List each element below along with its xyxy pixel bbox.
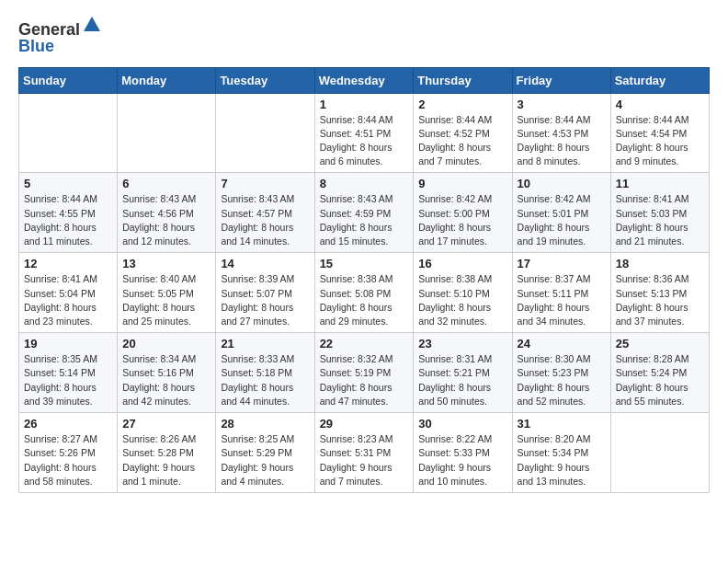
day-number: 27 (122, 417, 210, 431)
calendar-day-cell: 14Sunrise: 8:39 AM Sunset: 5:07 PM Dayli… (216, 253, 314, 333)
day-info: Sunrise: 8:43 AM Sunset: 4:59 PM Dayligh… (320, 192, 409, 248)
calendar-day-cell: 18Sunrise: 8:36 AM Sunset: 5:13 PM Dayli… (610, 253, 709, 333)
weekday-header-thursday: Thursday (414, 67, 512, 93)
calendar-week-row: 12Sunrise: 8:41 AM Sunset: 5:04 PM Dayli… (19, 253, 710, 333)
calendar-week-row: 26Sunrise: 8:27 AM Sunset: 5:26 PM Dayli… (19, 413, 710, 493)
calendar-day-cell: 3Sunrise: 8:44 AM Sunset: 4:53 PM Daylig… (512, 93, 610, 173)
calendar-empty-cell (610, 413, 709, 493)
calendar-empty-cell (216, 93, 314, 173)
logo-icon (82, 15, 102, 35)
day-number: 16 (418, 257, 506, 270)
weekday-header-saturday: Saturday (610, 67, 709, 93)
calendar-day-cell: 15Sunrise: 8:38 AM Sunset: 5:08 PM Dayli… (314, 253, 414, 333)
day-number: 12 (24, 257, 112, 270)
calendar-day-cell: 25Sunrise: 8:28 AM Sunset: 5:24 PM Dayli… (610, 333, 709, 413)
svg-marker-0 (84, 17, 100, 31)
calendar-day-cell: 27Sunrise: 8:26 AM Sunset: 5:28 PM Dayli… (118, 413, 216, 493)
day-number: 24 (518, 337, 606, 350)
weekday-header-tuesday: Tuesday (216, 67, 314, 93)
day-number: 21 (221, 337, 309, 350)
day-info: Sunrise: 8:44 AM Sunset: 4:54 PM Dayligh… (616, 113, 704, 169)
day-info: Sunrise: 8:32 AM Sunset: 5:19 PM Dayligh… (320, 352, 409, 408)
day-number: 1 (320, 98, 409, 111)
day-info: Sunrise: 8:28 AM Sunset: 5:24 PM Dayligh… (616, 352, 704, 408)
calendar-day-cell: 21Sunrise: 8:33 AM Sunset: 5:18 PM Dayli… (216, 333, 314, 413)
day-number: 29 (320, 417, 409, 431)
day-info: Sunrise: 8:42 AM Sunset: 5:00 PM Dayligh… (418, 192, 506, 248)
day-number: 18 (616, 257, 704, 270)
day-number: 17 (518, 257, 606, 270)
day-number: 8 (320, 177, 409, 190)
day-info: Sunrise: 8:23 AM Sunset: 5:31 PM Dayligh… (320, 432, 409, 488)
day-info: Sunrise: 8:27 AM Sunset: 5:26 PM Dayligh… (24, 432, 112, 488)
calendar-day-cell: 28Sunrise: 8:25 AM Sunset: 5:29 PM Dayli… (216, 413, 314, 493)
weekday-header-wednesday: Wednesday (314, 67, 414, 93)
calendar-day-cell: 20Sunrise: 8:34 AM Sunset: 5:16 PM Dayli… (118, 333, 216, 413)
day-number: 30 (418, 417, 506, 431)
calendar-day-cell: 9Sunrise: 8:42 AM Sunset: 5:00 PM Daylig… (414, 173, 512, 253)
day-info: Sunrise: 8:43 AM Sunset: 4:56 PM Dayligh… (122, 192, 210, 248)
calendar-day-cell: 16Sunrise: 8:38 AM Sunset: 5:10 PM Dayli… (414, 253, 512, 333)
calendar-day-cell: 11Sunrise: 8:41 AM Sunset: 5:03 PM Dayli… (610, 173, 709, 253)
calendar-day-cell: 10Sunrise: 8:42 AM Sunset: 5:01 PM Dayli… (512, 173, 610, 253)
calendar-day-cell: 24Sunrise: 8:30 AM Sunset: 5:23 PM Dayli… (512, 333, 610, 413)
day-number: 28 (221, 417, 309, 431)
calendar-table: SundayMondayTuesdayWednesdayThursdayFrid… (18, 67, 710, 493)
day-number: 9 (418, 177, 506, 190)
day-info: Sunrise: 8:44 AM Sunset: 4:51 PM Dayligh… (320, 113, 409, 169)
day-number: 13 (122, 257, 210, 270)
day-info: Sunrise: 8:43 AM Sunset: 4:57 PM Dayligh… (221, 192, 309, 248)
day-number: 20 (122, 337, 210, 350)
day-number: 6 (122, 177, 210, 190)
calendar-day-cell: 31Sunrise: 8:20 AM Sunset: 5:34 PM Dayli… (512, 413, 610, 493)
calendar-day-cell: 19Sunrise: 8:35 AM Sunset: 5:14 PM Dayli… (19, 333, 118, 413)
logo-blue-text: Blue (18, 37, 54, 55)
calendar-day-cell: 26Sunrise: 8:27 AM Sunset: 5:26 PM Dayli… (19, 413, 118, 493)
day-info: Sunrise: 8:39 AM Sunset: 5:07 PM Dayligh… (221, 272, 309, 328)
day-info: Sunrise: 8:38 AM Sunset: 5:08 PM Dayligh… (320, 272, 409, 328)
day-info: Sunrise: 8:26 AM Sunset: 5:28 PM Dayligh… (122, 432, 210, 488)
day-number: 3 (518, 98, 606, 111)
day-info: Sunrise: 8:44 AM Sunset: 4:52 PM Dayligh… (418, 113, 506, 169)
calendar-week-row: 19Sunrise: 8:35 AM Sunset: 5:14 PM Dayli… (19, 333, 710, 413)
day-info: Sunrise: 8:25 AM Sunset: 5:29 PM Dayligh… (221, 432, 309, 488)
day-info: Sunrise: 8:37 AM Sunset: 5:11 PM Dayligh… (518, 272, 606, 328)
calendar-empty-cell (118, 93, 216, 173)
calendar-day-cell: 7Sunrise: 8:43 AM Sunset: 4:57 PM Daylig… (216, 173, 314, 253)
day-info: Sunrise: 8:20 AM Sunset: 5:34 PM Dayligh… (518, 432, 606, 488)
calendar-day-cell: 30Sunrise: 8:22 AM Sunset: 5:33 PM Dayli… (414, 413, 512, 493)
day-number: 10 (518, 177, 606, 190)
day-info: Sunrise: 8:31 AM Sunset: 5:21 PM Dayligh… (418, 352, 506, 408)
calendar-day-cell: 1Sunrise: 8:44 AM Sunset: 4:51 PM Daylig… (314, 93, 414, 173)
calendar-day-cell: 8Sunrise: 8:43 AM Sunset: 4:59 PM Daylig… (314, 173, 414, 253)
day-info: Sunrise: 8:41 AM Sunset: 5:03 PM Dayligh… (616, 192, 704, 248)
calendar-week-row: 5Sunrise: 8:44 AM Sunset: 4:55 PM Daylig… (19, 173, 710, 253)
day-number: 11 (616, 177, 704, 190)
weekday-header-monday: Monday (118, 67, 216, 93)
day-info: Sunrise: 8:36 AM Sunset: 5:13 PM Dayligh… (616, 272, 704, 328)
calendar-day-cell: 13Sunrise: 8:40 AM Sunset: 5:05 PM Dayli… (118, 253, 216, 333)
day-info: Sunrise: 8:30 AM Sunset: 5:23 PM Dayligh… (518, 352, 606, 408)
logo: General Blue (18, 15, 102, 56)
calendar-week-row: 1Sunrise: 8:44 AM Sunset: 4:51 PM Daylig… (19, 93, 710, 173)
day-number: 23 (418, 337, 506, 350)
day-info: Sunrise: 8:35 AM Sunset: 5:14 PM Dayligh… (24, 352, 112, 408)
day-info: Sunrise: 8:44 AM Sunset: 4:53 PM Dayligh… (518, 113, 606, 169)
calendar-day-cell: 12Sunrise: 8:41 AM Sunset: 5:04 PM Dayli… (19, 253, 118, 333)
day-info: Sunrise: 8:41 AM Sunset: 5:04 PM Dayligh… (24, 272, 112, 328)
calendar-day-cell: 23Sunrise: 8:31 AM Sunset: 5:21 PM Dayli… (414, 333, 512, 413)
day-number: 26 (24, 417, 112, 431)
day-info: Sunrise: 8:34 AM Sunset: 5:16 PM Dayligh… (122, 352, 210, 408)
day-number: 22 (320, 337, 409, 350)
day-number: 5 (24, 177, 112, 190)
day-number: 14 (221, 257, 309, 270)
day-number: 4 (616, 98, 704, 111)
calendar-day-cell: 29Sunrise: 8:23 AM Sunset: 5:31 PM Dayli… (314, 413, 414, 493)
day-number: 2 (418, 98, 506, 111)
weekday-header-sunday: Sunday (19, 67, 118, 93)
weekday-header-friday: Friday (512, 67, 610, 93)
main-container: General Blue SundayMondayTuesdayWednesda… (0, 0, 728, 508)
calendar-day-cell: 5Sunrise: 8:44 AM Sunset: 4:55 PM Daylig… (19, 173, 118, 253)
day-info: Sunrise: 8:42 AM Sunset: 5:01 PM Dayligh… (518, 192, 606, 248)
calendar-day-cell: 4Sunrise: 8:44 AM Sunset: 4:54 PM Daylig… (610, 93, 709, 173)
